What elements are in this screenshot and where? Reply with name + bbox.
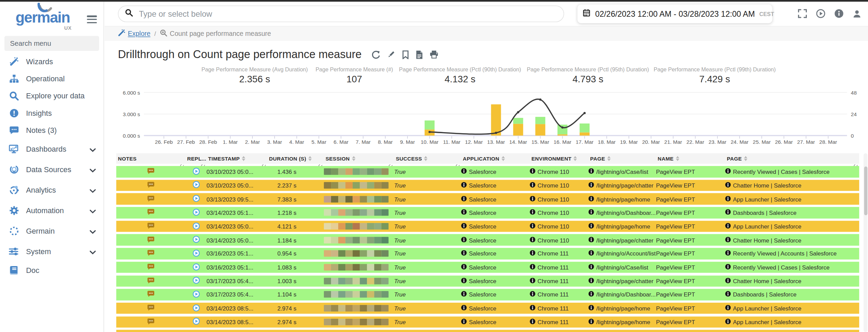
note-comment-icon[interactable] (147, 291, 154, 299)
sidebar-item-doc[interactable]: Doc (0, 262, 104, 279)
column-header-name[interactable]: NAME (656, 155, 725, 162)
info-icon[interactable] (530, 223, 535, 230)
bar-green-16-mar[interactable] (557, 125, 567, 134)
session-thumbnail[interactable] (324, 264, 389, 271)
sort-arrows-icon[interactable] (308, 156, 312, 161)
play-circle-icon[interactable] (816, 9, 826, 18)
sidebar-item-data-sources[interactable]: Data Sources (0, 160, 104, 180)
info-icon[interactable] (589, 305, 594, 312)
session-thumbnail[interactable] (324, 291, 389, 298)
column-header-session[interactable]: SESSION (324, 155, 394, 162)
column-header-page[interactable]: PAGE (589, 155, 656, 162)
bar-green-15-mar[interactable] (535, 117, 545, 124)
table-row[interactable]: 03/14/2023 05:0...1.184 sTrueSalesforceC… (116, 234, 859, 246)
print-icon[interactable] (430, 50, 439, 58)
bar-orange-15-mar[interactable] (535, 124, 545, 136)
info-icon[interactable] (589, 237, 594, 243)
info-icon[interactable] (530, 196, 535, 202)
info-icon[interactable] (530, 305, 535, 312)
session-thumbnail[interactable] (324, 305, 389, 312)
table-row[interactable]: 03/10/2023 05:0...2.237 sTrueSalesforceC… (116, 180, 859, 191)
info-icon[interactable] (725, 196, 731, 202)
info-icon[interactable] (725, 291, 731, 298)
info-icon[interactable] (461, 168, 467, 175)
replay-icon[interactable] (192, 318, 199, 326)
info-icon[interactable] (461, 223, 467, 230)
info-icon[interactable] (461, 182, 467, 189)
session-thumbnail[interactable] (324, 223, 389, 230)
line-point[interactable] (539, 98, 541, 100)
table-row[interactable]: 03/17/2023 05:4...1.003 sTrueSalesforceC… (116, 275, 859, 287)
edit-icon[interactable] (387, 50, 395, 58)
table-row[interactable]: 03/14/2023 08:5...2.974 sTrueSalesforceC… (116, 303, 859, 314)
table-row[interactable]: 03/17/2023 05:4...1.104 sTrueSalesforceC… (116, 289, 859, 300)
replay-icon[interactable] (192, 290, 199, 299)
info-icon[interactable] (461, 291, 467, 298)
info-icon[interactable] (530, 250, 535, 257)
replay-icon[interactable] (192, 195, 199, 203)
session-thumbnail[interactable] (324, 209, 389, 216)
chevron-down-icon[interactable] (90, 165, 96, 175)
column-header-application[interactable]: APPLICATION (461, 155, 530, 162)
info-icon[interactable] (589, 223, 594, 230)
note-comment-icon[interactable] (147, 181, 154, 189)
sidebar-item-operational[interactable]: Operational (0, 70, 104, 87)
info-icon[interactable] (530, 319, 535, 325)
sort-arrows-icon[interactable] (242, 156, 245, 161)
note-comment-icon[interactable] (147, 304, 154, 312)
menu-toggle-icon[interactable] (87, 15, 97, 25)
table-scrollbar[interactable] (864, 153, 867, 332)
bar-orange-13-mar[interactable] (491, 104, 501, 135)
info-icon[interactable] (589, 250, 594, 257)
table-row[interactable]: 03/16/2023 05:1...0.954 sTrueSalesforceC… (116, 248, 859, 259)
breadcrumb-link-explore[interactable]: Explore (128, 30, 150, 38)
sidebar-item-notes-3[interactable]: Notes (3) (0, 122, 104, 139)
sidebar-item-dashboards[interactable]: Dashboards (0, 139, 104, 160)
info-icon[interactable] (589, 209, 594, 216)
info-icon[interactable] (461, 305, 467, 312)
sidebar-item-wizards[interactable]: Wizards (0, 53, 104, 70)
sidebar-item-system[interactable]: System (0, 241, 104, 262)
info-icon[interactable] (461, 237, 467, 243)
info-icon[interactable] (530, 278, 535, 284)
info-icon[interactable] (725, 319, 731, 325)
user-icon[interactable] (853, 9, 862, 18)
column-header-timestamp[interactable]: TIMESTAMP (206, 155, 267, 162)
info-icon[interactable] (589, 264, 594, 271)
session-thumbnail[interactable] (324, 168, 389, 175)
info-icon[interactable] (530, 209, 535, 216)
info-icon[interactable] (589, 291, 594, 298)
info-icon[interactable] (725, 209, 731, 216)
info-icon[interactable] (725, 264, 731, 271)
info-icon[interactable] (725, 278, 731, 284)
sort-arrows-icon[interactable] (676, 156, 679, 161)
info-icon[interactable] (530, 168, 535, 175)
info-icon[interactable] (530, 264, 535, 271)
info-icon[interactable] (461, 196, 467, 202)
refresh-icon[interactable] (372, 50, 381, 59)
note-comment-icon[interactable] (147, 277, 154, 285)
chevron-down-icon[interactable] (90, 247, 96, 257)
session-thumbnail[interactable] (324, 278, 389, 284)
line-point[interactable] (561, 126, 563, 128)
scrollbar-thumb[interactable] (864, 167, 867, 216)
table-row[interactable]: 03/14/2023 08:5...2.974 sTrueSalesforceC… (116, 316, 859, 328)
info-icon[interactable] (725, 250, 731, 257)
info-icon[interactable] (461, 319, 467, 325)
note-comment-icon[interactable] (147, 209, 154, 217)
table-row[interactable]: 03/14/2023 05:0...4.121 sTrueSalesforceC… (116, 221, 859, 232)
column-header-duration-s[interactable]: DURATION (S) (267, 155, 324, 162)
bookmark-icon[interactable] (402, 50, 409, 59)
line-point[interactable] (583, 112, 585, 114)
info-icon[interactable] (589, 168, 594, 175)
sort-arrows-icon[interactable] (744, 156, 747, 161)
line-point[interactable] (495, 132, 497, 134)
note-comment-icon[interactable] (147, 263, 154, 271)
column-header-success[interactable]: SUCCESS (394, 155, 461, 162)
table-row[interactable]: 03/10/2023 05:0...1.436 sTrueSalesforceC… (116, 166, 859, 177)
bar-orange-14-mar[interactable] (513, 124, 523, 136)
table-row-partial[interactable] (116, 330, 859, 332)
line-point[interactable] (517, 111, 519, 113)
replay-icon[interactable] (192, 263, 199, 271)
replay-icon[interactable] (192, 181, 199, 189)
